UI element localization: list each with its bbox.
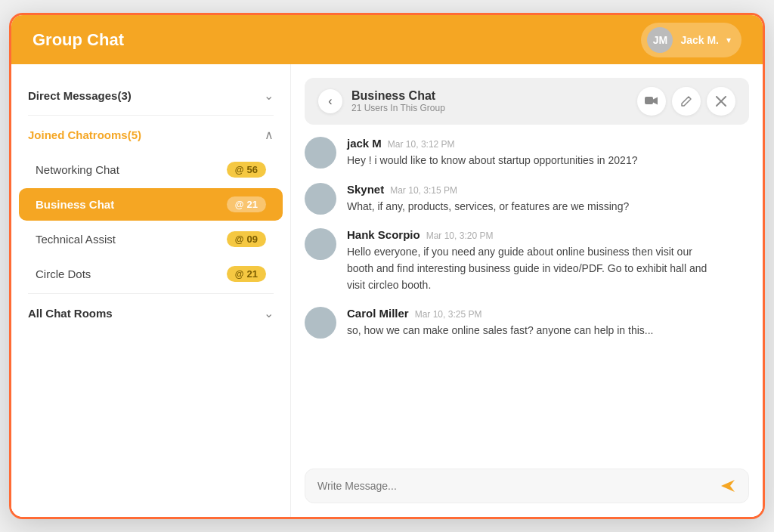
sidebar-item-label: Business Chat: [36, 198, 114, 211]
message-avatar: [305, 307, 336, 339]
all-chat-rooms-section: All Chat Rooms ⌄: [11, 297, 290, 329]
direct-messages-header[interactable]: Direct Messages(3) ⌄: [28, 79, 274, 112]
message-content: Hank Scorpio Mar 10, 3:20 PM Hello every…: [347, 228, 710, 293]
sidebar-item-business-chat[interactable]: Business Chat @ 21: [19, 188, 283, 221]
badge-count: 09: [247, 234, 258, 245]
sidebar-divider-2: [28, 293, 274, 294]
at-icon: @: [235, 269, 244, 280]
close-button[interactable]: [707, 87, 735, 116]
at-icon: @: [235, 200, 244, 210]
chat-subtext: 21 Users In This Group: [351, 103, 628, 113]
message-sender: Hank Scorpio: [347, 228, 420, 241]
message-time: Mar 10, 3:12 PM: [388, 139, 455, 150]
sidebar-item-technical-assist[interactable]: Technical Assist @ 09: [19, 223, 283, 255]
message-avatar: [305, 183, 336, 215]
at-icon: @: [235, 165, 244, 175]
badge-count: 56: [247, 164, 258, 175]
sidebar-divider: [28, 115, 274, 116]
all-chat-rooms-title: All Chat Rooms: [28, 307, 113, 320]
sidebar-item-networking-chat[interactable]: Networking Chat @ 56: [19, 153, 283, 186]
video-call-button[interactable]: [637, 87, 666, 116]
sidebar-item-label: Networking Chat: [36, 163, 119, 176]
svg-rect-0: [645, 97, 653, 104]
chevron-down-icon-2: ⌄: [264, 306, 274, 320]
direct-messages-section: Direct Messages(3) ⌄: [11, 79, 290, 112]
chat-info: Business Chat 21 Users In This Group: [351, 89, 628, 113]
main-body: Direct Messages(3) ⌄ Joined Chatrooms(5)…: [11, 64, 763, 517]
message-content: Skynet Mar 10, 3:15 PM What, if any, pro…: [347, 183, 629, 215]
sidebar-badge: @ 56: [227, 162, 266, 178]
message-meta: jack M Mar 10, 3:12 PM: [347, 137, 637, 150]
chat-input-area: [305, 469, 749, 503]
message-content: Carol Miller Mar 10, 3:25 PM so, how we …: [347, 307, 653, 339]
message-sender: jack M: [347, 137, 382, 150]
sidebar-badge: @ 21: [227, 266, 266, 282]
message-meta: Hank Scorpio Mar 10, 3:20 PM: [347, 228, 710, 241]
message-item-msg3: Hank Scorpio Mar 10, 3:20 PM Hello every…: [305, 228, 746, 293]
message-meta: Carol Miller Mar 10, 3:25 PM: [347, 307, 653, 320]
message-input[interactable]: [317, 480, 712, 492]
send-button[interactable]: [720, 478, 736, 493]
user-name: Jack M.: [680, 34, 719, 46]
sidebar-badge: @ 09: [227, 231, 266, 247]
sidebar-item-label: Circle Dots: [36, 268, 91, 280]
all-chat-rooms-header[interactable]: All Chat Rooms ⌄: [28, 297, 274, 329]
back-button[interactable]: ‹: [318, 89, 342, 113]
sidebar-item-label: Technical Assist: [36, 233, 116, 246]
message-text: Hey ! i would like to know about startup…: [347, 153, 637, 169]
chat-actions: [637, 87, 735, 116]
svg-marker-3: [721, 480, 735, 492]
sidebar: Direct Messages(3) ⌄ Joined Chatrooms(5)…: [11, 64, 291, 517]
message-time: Mar 10, 3:25 PM: [415, 309, 482, 320]
chevron-up-icon: ∧: [265, 128, 274, 142]
joined-chatrooms-title: Joined Chatrooms(5): [28, 128, 141, 141]
app-header: Group Chat JM Jack M. ▾: [11, 15, 763, 64]
message-text: Hello everyone, if you need any guide ab…: [347, 244, 710, 293]
joined-chatrooms-header[interactable]: Joined Chatrooms(5) ∧: [28, 119, 274, 151]
message-item-msg2: Skynet Mar 10, 3:15 PM What, if any, pro…: [305, 183, 746, 215]
direct-messages-title: Direct Messages(3): [28, 89, 132, 102]
avatar: JM: [647, 27, 673, 53]
message-time: Mar 10, 3:20 PM: [426, 230, 494, 241]
chat-area: ‹ Business Chat 21 Users In This Group: [291, 64, 763, 517]
app-title: Group Chat: [33, 30, 124, 50]
message-sender: Carol Miller: [347, 307, 409, 320]
chatroom-list: Networking Chat @ 56 Business Chat @ 21 …: [11, 153, 290, 290]
chevron-down-icon: ⌄: [264, 88, 274, 103]
sidebar-item-circle-dots[interactable]: Circle Dots @ 21: [19, 258, 283, 290]
at-icon: @: [235, 234, 244, 245]
badge-count: 21: [247, 199, 258, 210]
chat-header: ‹ Business Chat 21 Users In This Group: [305, 78, 749, 125]
app-container: Group Chat JM Jack M. ▾ Direct Messages(…: [9, 13, 765, 519]
message-item-msg1: jack M Mar 10, 3:12 PM Hey ! i would lik…: [305, 137, 746, 169]
chat-name: Business Chat: [351, 89, 628, 103]
message-avatar: [305, 137, 336, 169]
edit-button[interactable]: [672, 87, 701, 116]
joined-chatrooms-section: Joined Chatrooms(5) ∧: [11, 119, 290, 151]
badge-count: 21: [247, 268, 258, 280]
user-profile-button[interactable]: JM Jack M. ▾: [641, 23, 741, 57]
message-text: so, how we can make online sales fast? a…: [347, 323, 653, 339]
message-meta: Skynet Mar 10, 3:15 PM: [347, 183, 629, 196]
sidebar-badge: @ 21: [227, 196, 266, 212]
message-content: jack M Mar 10, 3:12 PM Hey ! i would lik…: [347, 137, 637, 169]
message-item-msg4: Carol Miller Mar 10, 3:25 PM so, how we …: [305, 307, 746, 339]
message-avatar: [305, 228, 336, 260]
chevron-down-icon: ▾: [726, 35, 731, 45]
message-sender: Skynet: [347, 183, 384, 196]
message-text: What, if any, products, services, or fea…: [347, 199, 629, 215]
messages-list: jack M Mar 10, 3:12 PM Hey ! i would lik…: [305, 137, 749, 458]
message-time: Mar 10, 3:15 PM: [390, 185, 457, 196]
